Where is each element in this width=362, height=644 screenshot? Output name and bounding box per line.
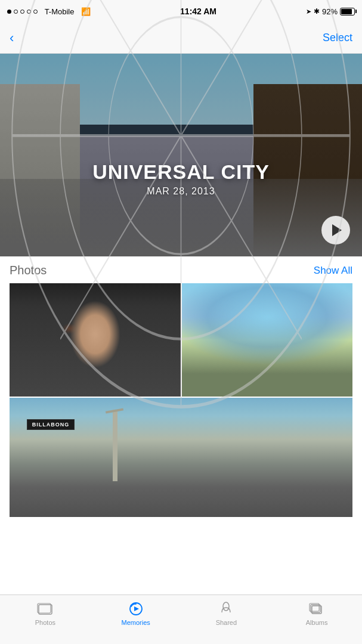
photo-thumbnail-dome[interactable] bbox=[182, 283, 353, 397]
photo-thumbnail-street[interactable]: BILLABONG bbox=[10, 398, 352, 517]
photo-grid-bottom: BILLABONG bbox=[10, 398, 352, 517]
tab-memories[interactable]: Memories bbox=[91, 601, 181, 626]
albums-tab-label: Albums bbox=[306, 619, 328, 626]
shared-icon bbox=[218, 602, 234, 616]
memories-icon bbox=[128, 602, 144, 616]
shared-tab-label: Shared bbox=[216, 619, 237, 626]
street-lamp-pole bbox=[113, 410, 117, 481]
albums-tab-icon bbox=[308, 601, 326, 617]
memories-tab-icon bbox=[127, 601, 145, 617]
tab-bar: Photos Memories Shared bbox=[0, 595, 362, 644]
photos-icon bbox=[37, 602, 54, 616]
albums-icon bbox=[308, 602, 325, 616]
svg-point-12 bbox=[223, 602, 229, 611]
street-billabong-sign: BILLABONG bbox=[27, 419, 75, 430]
photos-section: Photos Show All bbox=[0, 256, 362, 522]
svg-point-1 bbox=[182, 283, 302, 339]
photos-tab-icon bbox=[36, 601, 54, 617]
tab-photos[interactable]: Photos bbox=[0, 601, 91, 626]
photo-grid-top bbox=[10, 283, 352, 397]
dome-svg bbox=[182, 283, 353, 397]
tab-albums[interactable]: Albums bbox=[271, 601, 362, 626]
shared-tab-icon bbox=[217, 601, 235, 617]
dome-photo-content bbox=[182, 283, 353, 397]
svg-point-0 bbox=[182, 283, 350, 397]
svg-marker-10 bbox=[134, 606, 139, 611]
memories-tab-label: Memories bbox=[121, 619, 150, 626]
photos-tab-label: Photos bbox=[35, 619, 55, 626]
street-photo-content: BILLABONG bbox=[10, 398, 352, 517]
tab-shared[interactable]: Shared bbox=[181, 601, 272, 626]
